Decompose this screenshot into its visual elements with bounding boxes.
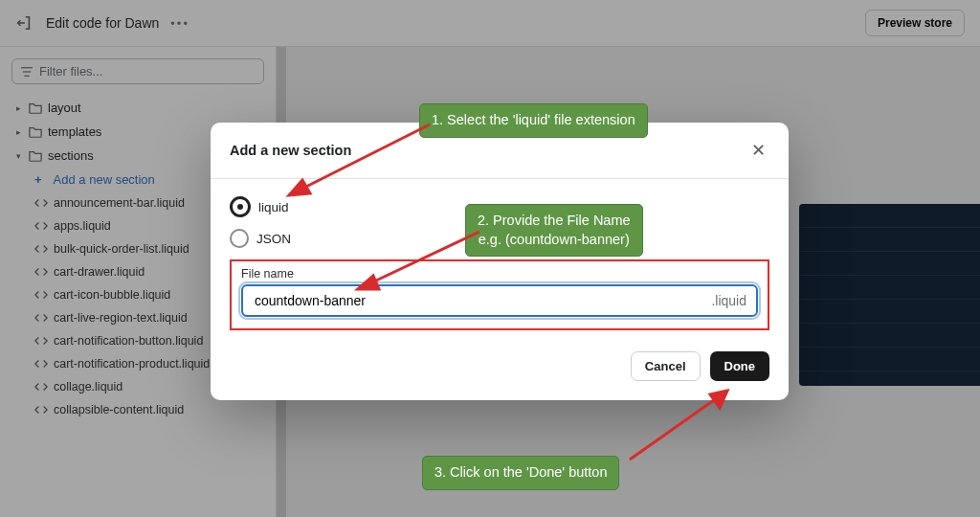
add-section-modal: Add a new section ✕ liquid JSON File nam… xyxy=(211,123,789,400)
radio-selected-icon xyxy=(230,196,251,217)
file-name-highlight-box: File name .liquid xyxy=(230,259,769,330)
radio-unselected-icon xyxy=(230,229,249,248)
callout-2: 2. Provide the File Name e.g. (countdown… xyxy=(465,204,643,257)
callout-3: 3. Click on the 'Done' button xyxy=(422,456,619,490)
close-icon[interactable]: ✕ xyxy=(747,138,769,163)
file-name-field[interactable]: .liquid xyxy=(241,284,758,317)
file-name-label: File name xyxy=(241,267,758,281)
file-ext-label: .liquid xyxy=(711,293,746,308)
cancel-button[interactable]: Cancel xyxy=(631,351,701,381)
file-name-input[interactable] xyxy=(253,292,711,309)
callout-1: 1. Select the 'liquid' file extension xyxy=(419,103,648,138)
done-button[interactable]: Done xyxy=(710,351,770,381)
modal-title: Add a new section xyxy=(230,143,351,158)
